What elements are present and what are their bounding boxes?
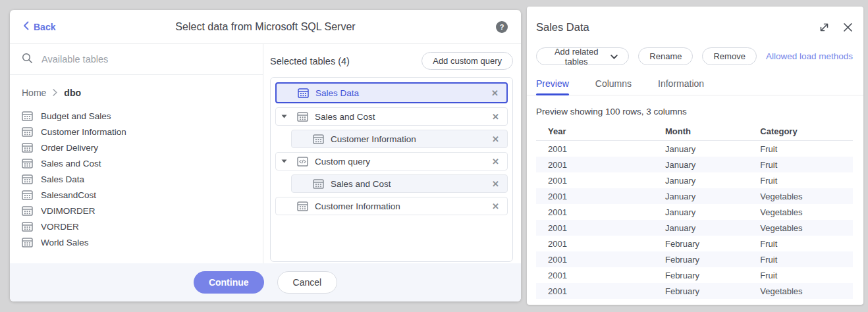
expand-icon[interactable] bbox=[819, 22, 830, 33]
search-row bbox=[10, 44, 263, 75]
preview-row: 2001FebruaryFruit bbox=[536, 251, 853, 267]
preview-table: YearMonthCategory2001JanuaryFruit2001Jan… bbox=[536, 122, 853, 299]
remove-table-icon[interactable]: ✕ bbox=[492, 202, 499, 211]
preview-cell: January bbox=[653, 176, 748, 186]
preview-cell: February bbox=[653, 271, 748, 280]
available-table-label: Customer Information bbox=[41, 127, 126, 137]
column-header: Year bbox=[536, 126, 653, 136]
panel-title: Sales Data bbox=[536, 21, 589, 34]
help-icon[interactable]: ? bbox=[496, 21, 508, 33]
search-icon bbox=[22, 53, 33, 66]
available-table-item[interactable]: VDIMORDER bbox=[22, 203, 251, 219]
tree-item[interactable]: Customer Information✕ bbox=[291, 130, 508, 148]
available-table-item[interactable]: VORDER bbox=[22, 219, 251, 234]
preview-cell: Fruit bbox=[748, 160, 853, 170]
preview-cell: January bbox=[653, 160, 748, 170]
available-table-label: VORDER bbox=[41, 222, 79, 232]
tree-item-label: Sales and Cost bbox=[331, 179, 391, 189]
rename-button[interactable]: Rename bbox=[638, 47, 693, 65]
remove-table-icon[interactable]: ✕ bbox=[491, 89, 499, 97]
tree-item[interactable]: Customer Information✕ bbox=[275, 197, 508, 215]
cancel-button[interactable]: Cancel bbox=[277, 271, 338, 294]
dialog-body: Home dbo Budget and Sales Customer Infor… bbox=[10, 44, 521, 263]
available-table-label: Sales Data bbox=[41, 174, 84, 184]
continue-button[interactable]: Continue bbox=[194, 271, 264, 294]
preview-cell: 2001 bbox=[536, 271, 653, 280]
preview-row: 2001FebruaryVegetables bbox=[536, 283, 853, 299]
available-table-item[interactable]: Sales Data bbox=[22, 171, 251, 187]
preview-cell: January bbox=[653, 207, 748, 217]
available-table-item[interactable]: SalesandCost bbox=[22, 187, 251, 203]
preview-row: 2001JanuaryFruit bbox=[536, 172, 853, 188]
available-table-label: Sales and Cost bbox=[41, 159, 101, 169]
tab-preview[interactable]: Preview bbox=[536, 78, 569, 95]
table-icon bbox=[22, 222, 33, 232]
table-icon bbox=[297, 201, 308, 211]
breadcrumb: Home dbo bbox=[10, 75, 263, 98]
tree-item[interactable]: Custom query✕ bbox=[275, 152, 508, 170]
available-table-item[interactable]: Customer Information bbox=[22, 124, 251, 140]
preview-cell: Fruit bbox=[748, 239, 853, 249]
tree-item[interactable]: Sales and Cost✕ bbox=[275, 107, 508, 126]
tree-item-label: Custom query bbox=[315, 157, 370, 167]
chevron-down-icon bbox=[610, 51, 618, 61]
selected-tables-column: Selected tables (4) Add custom query Sal… bbox=[263, 44, 521, 263]
tab-columns[interactable]: Columns bbox=[595, 78, 632, 95]
remove-table-icon[interactable]: ✕ bbox=[492, 135, 499, 143]
table-icon bbox=[313, 134, 324, 144]
expander-triangle-icon[interactable] bbox=[281, 159, 287, 163]
available-table-item[interactable]: Order Delivery bbox=[22, 140, 251, 155]
available-table-item[interactable]: Sales and Cost bbox=[22, 155, 251, 171]
back-button[interactable]: Back bbox=[23, 21, 55, 32]
tab-information[interactable]: Information bbox=[658, 78, 704, 95]
table-icon bbox=[22, 238, 33, 247]
add-custom-query-label: Add custom query bbox=[433, 56, 502, 66]
panel-actions: Add related tables Rename Remove Allowed… bbox=[536, 47, 853, 65]
expander-triangle-icon[interactable] bbox=[281, 115, 287, 118]
allowed-load-methods-link[interactable]: Allowed load methods bbox=[766, 51, 853, 61]
tree-item-label: Customer Information bbox=[315, 201, 400, 211]
preview-cell: Vegetables bbox=[748, 286, 853, 296]
tree-item[interactable]: Sales and Cost✕ bbox=[291, 174, 508, 193]
dialog-footer: Continue Cancel bbox=[10, 263, 521, 301]
remove-table-icon[interactable]: ✕ bbox=[492, 157, 499, 166]
back-label: Back bbox=[34, 22, 55, 32]
preview-row: 2001JanuaryFruit bbox=[536, 157, 853, 172]
preview-cell: February bbox=[653, 239, 748, 249]
preview-row: 2001JanuaryVegetables bbox=[536, 204, 853, 220]
preview-table-header: YearMonthCategory bbox=[536, 122, 853, 141]
breadcrumb-chevron-icon bbox=[53, 88, 57, 98]
selected-tables-heading: Selected tables (4) bbox=[270, 56, 350, 66]
close-icon[interactable] bbox=[843, 22, 853, 32]
table-icon bbox=[22, 190, 33, 200]
back-chevron-icon bbox=[23, 21, 29, 32]
preview-cell: 2001 bbox=[536, 176, 653, 186]
breadcrumb-home[interactable]: Home bbox=[22, 88, 46, 98]
available-tables-list: Budget and Sales Customer Information Or… bbox=[10, 98, 263, 250]
search-input[interactable] bbox=[41, 54, 251, 65]
remove-table-icon[interactable]: ✕ bbox=[492, 113, 499, 121]
tree-item-label: Customer Information bbox=[331, 134, 416, 144]
available-table-item[interactable]: Budget and Sales bbox=[22, 108, 251, 124]
available-table-label: SalesandCost bbox=[41, 190, 96, 200]
add-related-tables-button[interactable]: Add related tables bbox=[536, 47, 629, 65]
tree-item-label: Sales and Cost bbox=[315, 112, 375, 122]
dialog-title: Select data from Microsoft SQL Server bbox=[10, 21, 521, 33]
preview-cell: Fruit bbox=[748, 271, 853, 280]
expander-slot[interactable] bbox=[281, 159, 297, 163]
screen: Back Select data from Microsoft SQL Serv… bbox=[0, 0, 868, 312]
remove-table-icon[interactable]: ✕ bbox=[492, 180, 499, 188]
tree-item[interactable]: Sales Data✕ bbox=[275, 82, 508, 103]
add-custom-query-button[interactable]: Add custom query bbox=[421, 52, 513, 70]
remove-button[interactable]: Remove bbox=[702, 47, 756, 65]
preview-cell: 2001 bbox=[536, 239, 653, 249]
table-icon bbox=[22, 159, 33, 169]
expander-slot[interactable] bbox=[281, 115, 297, 118]
preview-cell: 2001 bbox=[536, 144, 653, 154]
preview-row: 2001FebruaryFruit bbox=[536, 267, 853, 283]
available-table-item[interactable]: World Sales bbox=[22, 234, 251, 250]
breadcrumb-current: dbo bbox=[64, 88, 81, 98]
preview-cell: 2001 bbox=[536, 192, 653, 201]
preview-cell: January bbox=[653, 192, 748, 201]
add-related-tables-label: Add related tables bbox=[547, 47, 605, 66]
